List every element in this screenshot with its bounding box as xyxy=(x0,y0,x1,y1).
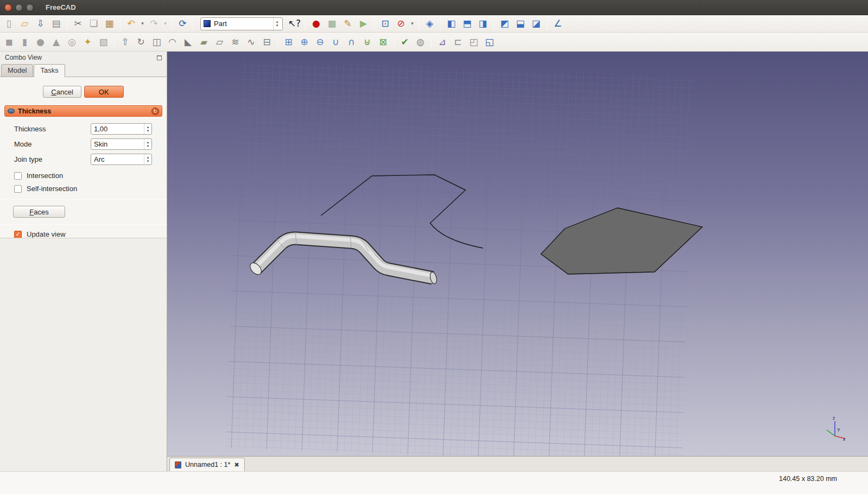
join-type-dropdown[interactable]: ▴ ▾ xyxy=(144,154,151,164)
mode-select[interactable]: Skin ▴ ▾ xyxy=(91,138,152,150)
faces-button[interactable]: Faces xyxy=(13,206,65,218)
mode-label: Mode xyxy=(14,140,91,148)
icon-glyph: ◍ xyxy=(416,37,425,47)
sphere-icon[interactable]: ● xyxy=(33,35,48,49)
draw-style-dropdown-icon[interactable]: ▾ xyxy=(409,17,416,31)
minimize-window-button[interactable] xyxy=(15,4,23,11)
redo-dropdown-icon[interactable]: ▾ xyxy=(162,17,169,31)
undo-dropdown-icon[interactable]: ▾ xyxy=(139,17,146,31)
separator xyxy=(440,18,441,30)
close-document-icon[interactable]: ✖ xyxy=(234,461,239,468)
main-area: Combo View Model Tasks Cancel OK Thickne… xyxy=(0,52,868,471)
section-icon[interactable]: ⊟ xyxy=(259,35,275,49)
measure-distance-icon[interactable]: ∠ xyxy=(550,17,566,31)
print-icon[interactable]: ▤ xyxy=(48,17,64,31)
tab-model[interactable]: Model xyxy=(1,64,33,77)
save-icon[interactable]: ⇩ xyxy=(33,17,48,31)
make-face-icon[interactable]: ▰ xyxy=(196,35,212,49)
macro-stop-icon[interactable]: ■ xyxy=(324,17,340,31)
connect-icon[interactable]: ⊎ xyxy=(359,35,375,49)
extrude-icon[interactable]: ⇧ xyxy=(117,35,133,49)
intersection-icon[interactable]: ∩ xyxy=(344,35,359,49)
ruled-surface-icon[interactable]: ▱ xyxy=(212,35,227,49)
primitives-icon[interactable]: ✦ xyxy=(80,35,96,49)
workbench-selector[interactable]: Part ▴ ▾ xyxy=(200,17,283,30)
cut-icon[interactable]: ✂ xyxy=(70,17,86,31)
cone-icon[interactable]: ▲ xyxy=(48,35,64,49)
intersection-checkbox[interactable] xyxy=(14,172,22,180)
new-file-icon[interactable]: ▯ xyxy=(1,17,17,31)
icon-glyph: ▾ xyxy=(164,21,167,26)
front-view-icon[interactable]: ◧ xyxy=(443,17,459,31)
left-view-icon[interactable]: ◪ xyxy=(528,17,544,31)
open-folder-icon[interactable]: ▱ xyxy=(17,17,33,31)
loft-icon[interactable]: ≋ xyxy=(227,35,243,49)
macro-edit-icon[interactable]: ✎ xyxy=(340,17,356,31)
tab-tasks[interactable]: Tasks xyxy=(34,64,65,77)
revolve-icon[interactable]: ↻ xyxy=(133,35,149,49)
self-intersection-checkbox[interactable] xyxy=(14,185,22,193)
separator xyxy=(547,18,547,30)
thickness-task-header[interactable]: Thickness ↻ xyxy=(4,105,162,117)
axonometric-view-icon[interactable]: ◈ xyxy=(422,17,438,31)
mirror-icon[interactable]: ◫ xyxy=(149,35,164,49)
draw-style-icon[interactable]: ⊘ xyxy=(393,17,409,31)
torus-icon[interactable]: ◎ xyxy=(64,35,80,49)
3d-viewport[interactable]: z Y x xyxy=(167,52,868,456)
boolean-cut-icon[interactable]: ⊖ xyxy=(312,35,328,49)
float-panel-icon[interactable] xyxy=(157,55,162,60)
join-type-label: Join type xyxy=(14,155,91,163)
ok-button[interactable]: OK xyxy=(84,86,124,98)
maximize-window-button[interactable] xyxy=(26,4,34,11)
redo-icon[interactable]: ↷ xyxy=(146,17,162,31)
icon-glyph: ⊞ xyxy=(284,37,292,47)
defeaturing-icon[interactable]: ◍ xyxy=(413,35,428,49)
cross-sections-icon[interactable]: ⊿ xyxy=(434,35,450,49)
sweep-icon[interactable]: ∿ xyxy=(243,35,259,49)
join-type-select[interactable]: Arc ▴ ▾ xyxy=(91,154,152,165)
check-geometry-icon[interactable]: ✔ xyxy=(397,35,413,49)
task-header-toggle-icon[interactable]: ↻ xyxy=(151,107,159,115)
mode-dropdown[interactable]: ▴ ▾ xyxy=(144,139,151,149)
separator xyxy=(305,18,306,30)
thickness-input[interactable]: 1,00 ▴ ▾ xyxy=(91,123,152,135)
workbench-dropdown[interactable]: ▴ ▾ xyxy=(273,18,281,30)
thickness-icon[interactable]: ◱ xyxy=(481,35,497,49)
box-icon[interactable]: ◼ xyxy=(1,35,17,49)
thickness-spinner[interactable]: ▴ ▾ xyxy=(144,124,151,134)
split-icon[interactable]: ⊠ xyxy=(375,35,391,49)
bottom-view-icon[interactable]: ⬓ xyxy=(512,17,528,31)
document-tab[interactable]: Unnamed1 : 1* ✖ xyxy=(169,458,245,471)
macro-execute-icon[interactable]: ▶ xyxy=(356,17,371,31)
union-icon[interactable]: ∪ xyxy=(328,35,344,49)
copy-icon[interactable]: ❏ xyxy=(86,17,102,31)
offset-2d-icon[interactable]: ◰ xyxy=(466,35,481,49)
shape-builder-icon[interactable]: ▧ xyxy=(96,35,111,49)
spin-down-icon[interactable]: ▾ xyxy=(147,129,149,133)
update-view-checkbox[interactable]: ✓ xyxy=(14,231,22,238)
compound-icon[interactable]: ⊞ xyxy=(281,35,296,49)
separator xyxy=(172,18,172,30)
fillet-icon[interactable]: ◠ xyxy=(164,35,180,49)
separator xyxy=(431,36,432,48)
offset-3d-icon[interactable]: ⊏ xyxy=(450,35,466,49)
cancel-button[interactable]: Cancel xyxy=(43,86,81,98)
undo-icon[interactable]: ↶ xyxy=(123,17,139,31)
whats-this-icon[interactable]: ↖? xyxy=(287,17,302,31)
file-edit-group: ▯▱⇩▤✂❏▦↶▾↷▾⟳ xyxy=(1,15,197,32)
close-window-button[interactable] xyxy=(4,4,12,11)
boolean-icon[interactable]: ⊕ xyxy=(296,35,312,49)
refresh-icon[interactable]: ⟳ xyxy=(175,17,191,31)
macro-record-icon[interactable]: ● xyxy=(308,17,324,31)
status-bar: 140.45 x 83.20 mm xyxy=(0,471,868,494)
rear-view-icon[interactable]: ◩ xyxy=(497,17,512,31)
chamfer-icon[interactable]: ◣ xyxy=(180,35,196,49)
top-view-icon[interactable]: ⬒ xyxy=(459,17,475,31)
right-view-icon[interactable]: ◨ xyxy=(475,17,491,31)
paste-icon[interactable]: ▦ xyxy=(102,17,117,31)
zoom-fit-icon[interactable]: ⊡ xyxy=(377,17,393,31)
icon-glyph: ⊿ xyxy=(438,37,446,47)
icon-glyph: ∿ xyxy=(247,37,255,47)
cylinder-icon[interactable]: ▮ xyxy=(17,35,33,49)
document-tabbar: Unnamed1 : 1* ✖ xyxy=(167,456,868,471)
